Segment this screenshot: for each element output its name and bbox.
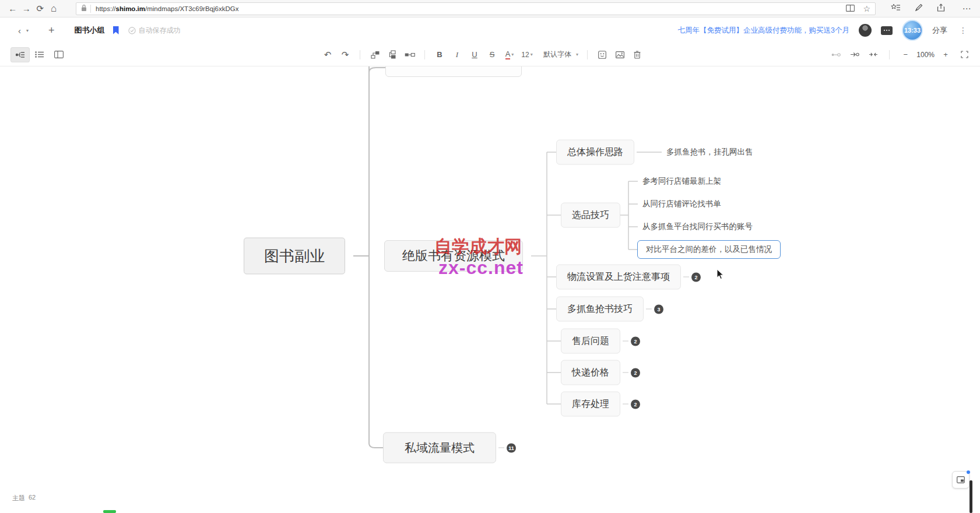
font-family-select[interactable]: 默认字体▾ — [542, 47, 580, 62]
node-shipping-price[interactable]: 快递价格 — [561, 360, 620, 385]
underline-button[interactable]: U — [467, 47, 482, 62]
delete-node-icon[interactable] — [630, 47, 645, 62]
comment-icon[interactable] — [881, 26, 893, 35]
font-size-select[interactable]: 12▾ — [519, 47, 535, 62]
scrollbar-thumb[interactable] — [970, 480, 972, 513]
fit-content-icon[interactable] — [866, 47, 881, 62]
new-doc-button[interactable]: + — [44, 24, 59, 37]
zoom-level[interactable]: 100% — [916, 51, 935, 59]
connector-stub — [683, 276, 689, 277]
root-node[interactable]: 图书副业 — [244, 238, 345, 275]
annotate-pen-icon[interactable] — [915, 3, 923, 14]
lock-icon — [81, 3, 87, 14]
video-progress-remnant — [103, 510, 116, 513]
connector-stub — [646, 308, 652, 310]
connector-stub — [623, 372, 628, 373]
mindmap-view-button[interactable] — [10, 47, 30, 62]
recording-clock-badge: 13:33 — [902, 20, 923, 41]
app-header: ‹ ▾ + 图书小组 自动保存成功 七周年【免费试用】企业高级付费功能，购买送3… — [0, 17, 980, 43]
browser-more-icon[interactable]: ⋯ — [959, 2, 974, 16]
zoom-out-button[interactable]: − — [898, 47, 913, 62]
collapsed-count-badge[interactable]: 2 — [631, 399, 640, 409]
fullscreen-icon[interactable] — [957, 47, 972, 62]
insert-relation-icon[interactable] — [402, 47, 417, 62]
node-picking-child-4-selected[interactable]: 对比平台之间的差价，以及已售情况 — [637, 240, 781, 259]
collapsed-count-badge[interactable]: 2 — [631, 336, 640, 346]
autosave-status: 自动保存成功 — [128, 26, 181, 36]
browser-refresh-icon[interactable]: ⟳ — [36, 2, 45, 16]
address-bar[interactable]: https://shimo.im/mindmaps/XT3c69rBqj6xkD… — [76, 2, 876, 15]
collapsed-count-badge[interactable]: 2 — [631, 368, 640, 377]
doc-back-caret-icon[interactable]: ▾ — [24, 28, 31, 33]
split-view-button[interactable] — [49, 47, 68, 62]
connector-stub — [498, 447, 504, 448]
strikethrough-button[interactable]: S — [484, 47, 500, 62]
italic-button[interactable]: I — [449, 47, 465, 62]
browser-back-icon[interactable]: ← — [8, 2, 17, 16]
node-overall-approach[interactable]: 总体操作思路 — [556, 140, 634, 165]
undo-button[interactable]: ↶ — [320, 47, 335, 62]
browser-forward-icon[interactable]: → — [22, 2, 31, 16]
insert-subtopic-icon[interactable] — [367, 47, 382, 62]
favorite-star-icon[interactable]: ☆ — [863, 4, 870, 13]
expand-level-icon[interactable] — [847, 47, 862, 62]
mindmap-canvas[interactable]: 图书副业 绝版书有资源模式 私域流量模式 11 总体操作思路 多抓鱼抢书，挂孔网… — [0, 66, 980, 513]
node-picking-child-3[interactable]: 从多抓鱼平台找同行买书的账号 — [642, 222, 753, 232]
reading-mode-icon[interactable] — [846, 3, 855, 14]
outline-view-button[interactable] — [30, 47, 49, 62]
connector-stub — [623, 403, 628, 405]
browser-chrome: ← → ⟳ ⌂ https://shimo.im/mindmaps/XT3c69… — [0, 0, 980, 17]
node-logistics[interactable]: 物流设置及上货注意事项 — [556, 265, 681, 290]
header-more-icon[interactable]: ⋮ — [957, 26, 970, 35]
format-toolbar: ↶ ↷ B I U S A▾ 12▾ 默认字体▾ — [0, 43, 980, 66]
node-inventory[interactable]: 库存处理 — [561, 392, 620, 417]
doc-back-button[interactable]: ‹ — [15, 26, 24, 36]
redo-button[interactable]: ↷ — [338, 47, 353, 62]
insert-sibling-topic-icon[interactable] — [385, 47, 400, 62]
connector-stub — [623, 340, 628, 342]
check-circle-icon — [128, 27, 136, 34]
avatar[interactable] — [859, 24, 872, 37]
address-divider — [90, 5, 91, 13]
collapsed-count-badge[interactable]: 11 — [507, 443, 516, 452]
url-text: https://shimo.im/mindmaps/XT3c69rBqj6xkD… — [96, 5, 846, 12]
branch-node-oop-books[interactable]: 绝版书有资源模式 — [384, 240, 523, 272]
branch-node-private-traffic[interactable]: 私域流量模式 — [383, 433, 496, 463]
node-picking-child-2[interactable]: 从同行店铺评论找书单 — [642, 199, 721, 209]
zoom-in-button[interactable]: + — [938, 47, 953, 62]
favorites-hub-icon[interactable] — [891, 3, 901, 14]
node-picking-child-1[interactable]: 参考同行店铺最新上架 — [642, 176, 721, 187]
bold-button[interactable]: B — [432, 47, 447, 62]
collapsed-count-badge[interactable]: 3 — [654, 304, 663, 314]
share-button[interactable]: 分享 — [932, 25, 947, 36]
mouse-cursor — [716, 269, 724, 282]
node-aftersales[interactable]: 售后问题 — [561, 329, 620, 354]
insert-image-icon[interactable] — [612, 47, 627, 62]
node-picking-skills[interactable]: 选品技巧 — [561, 203, 620, 228]
share-icon[interactable] — [937, 3, 945, 14]
bookmark-icon[interactable] — [113, 26, 119, 34]
node-grab-book-skills[interactable]: 多抓鱼抢书技巧 — [556, 297, 644, 322]
promo-banner-link[interactable]: 七周年【免费试用】企业高级付费功能，购买送3个月 — [678, 26, 849, 36]
topic-count-status: 主题62 — [12, 494, 36, 503]
sticker-icon[interactable] — [595, 47, 610, 62]
collapsed-count-badge[interactable]: 2 — [691, 272, 701, 282]
node-overall-approach-child[interactable]: 多抓鱼抢书，挂孔网出售 — [666, 147, 753, 157]
document-title[interactable]: 图书小组 — [75, 25, 105, 36]
font-color-button[interactable]: A▾ — [502, 47, 517, 62]
notification-dot — [967, 470, 970, 474]
browser-home-icon[interactable]: ⌂ — [50, 2, 59, 16]
collapse-branch-icon[interactable] — [828, 47, 844, 62]
minimap-toggle-button[interactable] — [952, 471, 970, 489]
offscreen-node[interactable] — [385, 66, 522, 77]
